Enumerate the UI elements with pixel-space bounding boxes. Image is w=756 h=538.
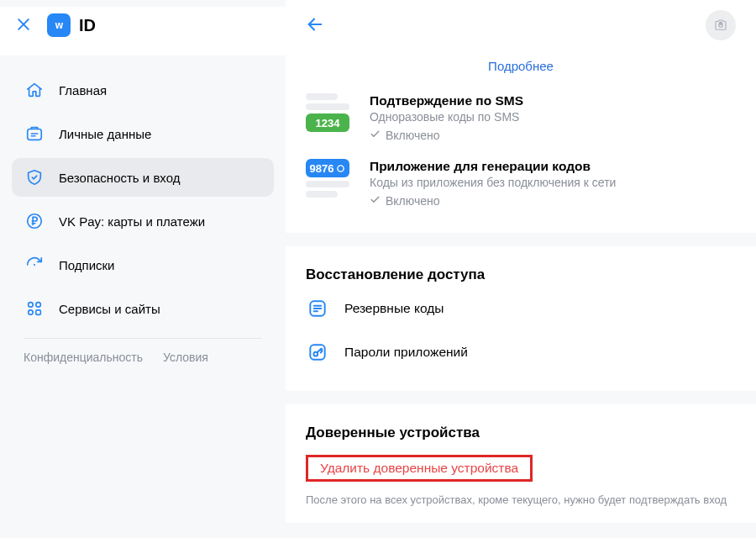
authapp-illustration: 9876: [306, 159, 353, 208]
factor-sms[interactable]: 1234 Подтверждение по SMS Одноразовые ко…: [306, 85, 736, 150]
factor-sub: Одноразовые коды по SMS: [370, 110, 736, 124]
home-icon: [25, 81, 44, 99]
refresh-icon: [25, 256, 44, 274]
vk-logo-icon: w: [47, 13, 71, 37]
svg-rect-3: [28, 129, 42, 140]
sms-illustration: 1234: [306, 93, 353, 142]
delete-trusted-highlight: Удалить доверенные устройства: [306, 455, 533, 482]
nav: Главная Личные данные Безопасность и вхо…: [0, 55, 286, 333]
divider: [24, 338, 262, 339]
nav-label: Подписки: [59, 258, 115, 272]
nav-label: Личные данные: [59, 127, 151, 141]
id-card-icon: [25, 124, 44, 143]
svg-point-7: [34, 264, 35, 266]
sidebar-item-services[interactable]: Сервисы и сайты: [12, 289, 274, 328]
list-icon: [306, 297, 329, 320]
svg-text:w: w: [55, 19, 64, 31]
privacy-link[interactable]: Конфиденциальность: [24, 351, 143, 364]
app-passwords-row[interactable]: Пароли приложений: [306, 330, 736, 374]
check-icon: [370, 129, 381, 142]
sidebar-item-personal[interactable]: Личные данные: [12, 114, 274, 153]
terms-link[interactable]: Условия: [163, 351, 208, 364]
sidebar: w ID Главная Личные данные Без: [0, 0, 286, 538]
footer-links: Конфиденциальность Условия: [0, 351, 286, 364]
row-label: Пароли приложений: [344, 345, 468, 360]
nav-label: VK Pay: карты и платежи: [59, 214, 205, 229]
svg-point-15: [338, 165, 344, 171]
factor-title: Подтверждение по SMS: [370, 93, 736, 108]
card-title: Доверенные устройства: [306, 416, 736, 445]
sidebar-item-vkpay[interactable]: VK Pay: карты и платежи: [12, 202, 274, 240]
nav-label: Безопасность и вход: [59, 171, 180, 185]
main: Подробнее 1234 Подтверждение по SMS Одно…: [286, 0, 756, 538]
trusted-card: Доверенные устройства Удалить доверенные…: [286, 404, 756, 523]
badge-text: 9876: [310, 162, 334, 175]
delete-trusted-link[interactable]: Удалить доверенные устройства: [320, 461, 518, 475]
nav-label: Сервисы и сайты: [59, 302, 160, 316]
trusted-hint: После этого на всех устройствах, кроме т…: [306, 493, 736, 506]
sidebar-item-security[interactable]: Безопасность и вход: [12, 158, 274, 197]
recovery-card: Восстановление доступа Резервные коды Па…: [286, 246, 756, 391]
row-label: Резервные коды: [344, 301, 444, 316]
twofa-card: Подробнее 1234 Подтверждение по SMS Одно…: [286, 50, 756, 233]
refresh-mini-icon: [336, 164, 345, 173]
svg-point-9: [36, 303, 41, 308]
back-arrow-icon[interactable]: [306, 15, 324, 36]
grid-icon: [25, 299, 44, 318]
authapp-badge: 9876: [306, 159, 349, 177]
sidebar-header: w ID: [0, 7, 286, 55]
status-text: Включено: [386, 129, 440, 142]
factor-status: Включено: [370, 129, 736, 142]
factor-title: Приложение для генерации кодов: [370, 159, 736, 174]
svg-rect-11: [36, 310, 41, 315]
recovery-codes-row[interactable]: Резервные коды: [306, 287, 736, 330]
avatar[interactable]: [706, 10, 736, 40]
factor-sub: Коды из приложения без подключения к сет…: [370, 176, 736, 189]
nav-label: Главная: [59, 83, 107, 98]
svg-point-10: [29, 310, 34, 315]
key-icon: [306, 340, 329, 364]
factor-authapp[interactable]: 9876 Приложение для генерации кодов Коды…: [306, 150, 736, 216]
ruble-icon: [25, 212, 44, 230]
card-title: Восстановление доступа: [306, 258, 736, 287]
close-icon[interactable]: [15, 16, 32, 35]
shield-icon: [25, 168, 44, 187]
svg-point-8: [29, 303, 34, 308]
sidebar-item-subscriptions[interactable]: Подписки: [12, 245, 274, 284]
brand-text: ID: [79, 16, 96, 35]
main-header: [286, 0, 756, 50]
factor-status: Включено: [370, 194, 736, 208]
more-link[interactable]: Подробнее: [306, 50, 736, 85]
check-icon: [370, 194, 381, 208]
status-text: Включено: [386, 194, 440, 208]
sms-badge: 1234: [306, 113, 349, 132]
sidebar-item-home[interactable]: Главная: [12, 71, 274, 109]
